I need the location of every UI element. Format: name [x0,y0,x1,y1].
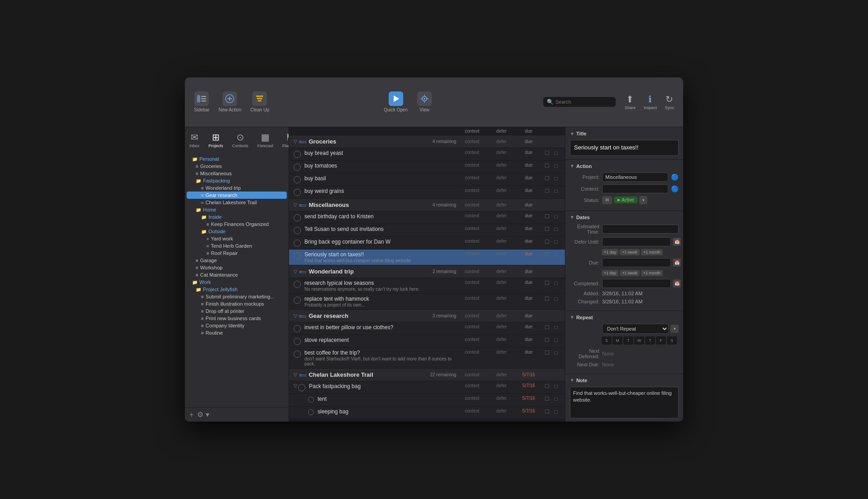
sidebar-item-forecast[interactable]: ▦ Forecast [253,129,278,151]
add-button[interactable]: + [189,411,193,419]
note-field[interactable]: Find that works-well-but-cheaper online … [570,387,679,418]
day-monday[interactable]: M [612,336,622,345]
search-box[interactable]: 🔍 [543,97,616,107]
project-select[interactable]: Miscellaneous [602,173,668,182]
due-plus-month[interactable]: +1 month [641,270,663,276]
sync-button[interactable]: ↻ Sync [661,92,678,112]
group-gear-research[interactable]: ▽ ≡⩵ Gear research 3 remaining context d… [289,310,565,322]
sidebar-item-cat-maintenance[interactable]: ≡ Cat Maintenance [187,271,287,278]
sidebar-item-fastpacking[interactable]: 📁 Fastpacking [187,177,287,184]
action-checkbox[interactable] [298,384,305,391]
action-checkbox[interactable] [294,151,301,158]
new-action-button[interactable]: New Action [215,89,245,115]
action-row[interactable]: replace tent with hammock Probably a pro… [289,294,565,310]
action-row[interactable]: send birthday card to Kristen context de… [289,211,565,224]
defer-input[interactable] [602,237,671,246]
group-miscellaneous[interactable]: ▽ ≡⩵ Miscellaneous 4 remaining context d… [289,199,565,211]
action-row-pack[interactable]: ▽ Pack fastpacking bag context defer 5/7… [289,381,565,394]
action-checkbox[interactable] [294,281,301,288]
defer-plus-month[interactable]: +1 month [641,249,663,255]
sidebar-item-company-identity[interactable]: ≡ Company Identity [187,322,287,329]
action-checkbox[interactable] [294,227,301,234]
action-checkbox[interactable] [294,252,301,259]
action-row-selected[interactable]: Seriously start on taxes!! Find that wor… [289,250,565,265]
group-groceries[interactable]: ▽ ≡⩵ Groceries 4 remaining context defer… [289,135,565,148]
title-field[interactable]: Seriously start on taxes!! [570,140,679,156]
action-row-tent[interactable]: tent context defer 5/7/16 ☐ □ [289,394,565,407]
sidebar-item-garage[interactable]: ≡ Garage [187,257,287,264]
sidebar-item-home[interactable]: 📁 Home [187,206,287,213]
sidebar-item-groceries[interactable]: ≡ Groceries [187,163,287,170]
sidebar-item-flagged[interactable]: ⚑ Flagged [278,129,289,151]
sidebar-item-wonderland-trip[interactable]: ≡ Wonderland trip [187,184,287,192]
defer-plus-day[interactable]: +1 day [602,249,618,255]
action-row[interactable]: Bring back egg container for Dan W conte… [289,237,565,250]
sidebar-item-chelan-lakeshore[interactable]: ≈ Chelan Lakeshore Trail [187,199,287,206]
completed-input[interactable] [602,279,671,288]
sidebar-item-projects[interactable]: ⊞ Projects [204,129,228,151]
action-checkbox[interactable] [294,176,301,183]
sidebar-item-finances[interactable]: ≡ Keep Finances Organized [187,221,287,228]
sidebar-item-personal[interactable]: 📁 Personal [187,155,287,163]
estimated-input[interactable] [602,225,679,234]
sidebar-item-illustration[interactable]: ≡ Finish illustration mockups [187,300,287,307]
sidebar-item-contexts[interactable]: ⊙ Contexts [228,129,253,151]
due-calendar-btn[interactable]: 📅 [673,259,681,267]
action-checkbox[interactable] [294,297,301,304]
action-checkbox[interactable] [294,240,301,247]
day-friday[interactable]: F [656,336,666,345]
inspect-button[interactable]: ℹ Inspect [640,92,661,112]
action-row[interactable]: buy tomatoes context defer due ☐ □ [289,161,565,173]
action-row[interactable]: invest in better pillow or use clothes? … [289,322,565,335]
day-sunday[interactable]: S [602,336,612,345]
sidebar-item-workshop[interactable]: ≡ Workshop [187,264,287,271]
status-icon-btn[interactable]: ✉ [602,196,612,204]
action-checkbox[interactable] [294,189,301,196]
action-checkbox[interactable] [294,350,301,358]
share-button[interactable]: ⬆ Share [621,92,639,112]
sidebar-item-drop-off[interactable]: ≡ Drop off at printer [187,307,287,315]
action-row[interactable]: buy basil context defer due ☐ □ [289,173,565,186]
due-input[interactable] [602,258,671,267]
context-select[interactable] [602,184,668,193]
context-edit-icon[interactable]: 🔵 [671,185,679,192]
sidebar-item-gear-research[interactable]: ≈ Gear research [187,192,287,199]
sidebar-button[interactable]: Sidebar [190,89,213,115]
sidebar-item-herb-garden[interactable]: ≈ Tend Herb Garden [187,242,287,250]
repeat-arrow[interactable]: ▾ [670,325,679,333]
day-tuesday[interactable]: T [623,336,633,345]
action-row[interactable]: Tell Susan to send out invitations conte… [289,224,565,237]
action-row[interactable]: research typical low seasons No reservat… [289,278,565,294]
clean-up-button[interactable]: Clean Up [247,89,273,115]
action-row[interactable]: stove replacement context defer due ☐ □ [289,335,565,348]
quick-open-button[interactable]: Quick Open [380,89,411,115]
sidebar-item-submit-marketing[interactable]: ≡ Submit preliminary marketing... [187,293,287,300]
action-row[interactable]: best coffee for the trip? don't want Sta… [289,348,565,369]
status-arrow[interactable]: ▾ [639,196,647,204]
action-row-sleeping-bag[interactable]: sleeping bag context defer 5/7/16 ☐ □ [289,407,565,419]
sidebar-item-business-cards[interactable]: ≡ Print new business cards [187,315,287,322]
action-checkbox[interactable] [308,397,314,403]
action-checkbox[interactable] [294,214,301,221]
action-checkbox[interactable] [294,338,301,345]
sidebar-item-roof-repair[interactable]: ≡ Roof Repair [187,250,287,257]
settings-button[interactable]: ⚙ ▾ [197,410,209,419]
sidebar-item-yard-work[interactable]: ≈ Yard work [187,235,287,242]
search-input[interactable] [555,99,610,105]
defer-calendar-btn[interactable]: 📅 [673,238,681,246]
action-row[interactable]: buy bread yeast context defer due ☐ □ [289,148,565,161]
sidebar-item-work[interactable]: 📁 Work [187,278,287,286]
repeat-select[interactable]: Don't Repeat [602,324,669,334]
sidebar-item-inside[interactable]: 📁 Inside [187,213,287,221]
day-saturday[interactable]: S [667,336,677,345]
sidebar-item-project-jellyfish[interactable]: 📁 Project Jellyfish [187,286,287,293]
due-plus-week[interactable]: +1 week [620,270,640,276]
project-edit-icon[interactable]: 🔵 [671,173,679,181]
group-chelan[interactable]: ▽ ≡⩵ Chelan Lakeshore Trail 22 remaining… [289,369,565,381]
day-wednesday[interactable]: W [634,336,644,345]
action-checkbox[interactable] [294,163,301,171]
defer-plus-week[interactable]: +1 week [620,249,640,255]
action-checkbox[interactable] [294,325,301,332]
sidebar-item-miscellaneous[interactable]: ≡ Miscellaneous [187,170,287,177]
group-wonderland[interactable]: ▽ ≡⩵ Wonderland trip 2 remaining context… [289,265,565,278]
